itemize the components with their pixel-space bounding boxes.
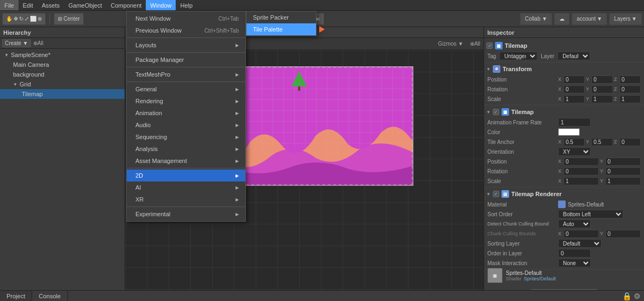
scroll-left-btn[interactable]: ‹ — [129, 162, 140, 178]
tag-select[interactable]: Untagged — [499, 52, 537, 60]
bottom-tab-actions: 🔒 ⚙ — [619, 292, 644, 300]
scene-viewport[interactable]: ‹ — [125, 50, 484, 290]
rot-x-input[interactable] — [564, 85, 585, 93]
hand-icon: ✋ — [6, 16, 13, 22]
component-checkbox[interactable]: ✓ — [486, 42, 493, 49]
menu-component[interactable]: Component — [106, 0, 146, 10]
sort-order-select[interactable]: Bottom Left — [558, 210, 623, 218]
tree-item-grid[interactable]: ▼ Grid — [0, 79, 125, 89]
hierarchy-all-btn[interactable]: ⊕All — [33, 40, 44, 46]
divider3 — [484, 187, 644, 187]
anchor-y-input[interactable] — [591, 138, 612, 146]
transform-tools[interactable]: ✋ ✥ ↻ ⤢ ⬜ ⊕ — [2, 13, 46, 25]
menu-edit[interactable]: Edit — [18, 0, 38, 10]
hierarchy-create-btn[interactable]: Create ▼ — [2, 39, 31, 47]
orientation-select[interactable]: XY — [558, 147, 591, 156]
scale-z-input[interactable] — [620, 95, 641, 103]
cloud-button[interactable]: ☁ — [554, 13, 569, 25]
tilemap-icon2: ▦ — [501, 108, 509, 116]
tm-scale-label: Scale — [487, 178, 558, 184]
chunk-y[interactable] — [605, 230, 641, 238]
tilemap-checkbox[interactable]: ✓ — [493, 109, 499, 115]
menu-window[interactable]: Window — [146, 0, 176, 10]
account-button[interactable]: account ▼ — [572, 13, 607, 25]
tilemap-icon: ▦ — [495, 42, 503, 49]
pos-y-input[interactable] — [591, 76, 612, 84]
detect-chunk-select[interactable]: Auto — [558, 220, 591, 228]
layer-label: Layer — [541, 53, 554, 59]
pos-x-input[interactable] — [564, 76, 585, 84]
tab-console[interactable]: Console — [32, 291, 67, 301]
layer-select[interactable]: Default — [558, 52, 590, 60]
main-layout: Hierarchy Create ▼ ⊕All ▼ SampleScene* M… — [0, 27, 644, 290]
tree-item-samplescene[interactable]: ▼ SampleScene* — [0, 50, 125, 60]
color-swatch[interactable] — [558, 128, 580, 136]
terrain-svg — [185, 114, 413, 185]
inspector-tab[interactable]: Inspector — [484, 27, 644, 38]
rot-y-input[interactable] — [591, 85, 612, 93]
pos-z-field: Z — [614, 76, 641, 84]
tree-item-tilemap[interactable]: Tilemap — [0, 89, 125, 99]
tm-pos-y[interactable] — [605, 158, 641, 166]
hierarchy-tab[interactable]: Hierarchy — [0, 27, 125, 38]
cloud-icon: ☁ — [559, 16, 565, 22]
anim-frame-rate-input[interactable] — [558, 118, 591, 127]
tm-rot-y[interactable] — [605, 167, 641, 175]
layers-label: Layers — [614, 16, 630, 22]
renderer-checkbox[interactable]: ✓ — [493, 191, 499, 197]
rect-icon: ⬜ — [30, 16, 36, 22]
scale-label: Scale — [487, 96, 558, 102]
menu-help[interactable]: Help — [176, 0, 197, 10]
tm-rotation-label: Rotation — [487, 168, 558, 174]
tile-anchor-row: Tile Anchor X Y Z — [484, 137, 644, 147]
mask-interaction-row: Mask Interaction None — [484, 258, 644, 268]
tm-scale-y[interactable] — [605, 177, 641, 185]
pos-z-input[interactable] — [620, 76, 641, 84]
tree-item-background[interactable]: background — [0, 70, 125, 79]
account-arrow: ▼ — [597, 16, 602, 22]
component-name: Tilemap — [505, 42, 527, 49]
transform-section[interactable]: ▼ ⊕ Transform — [484, 64, 644, 74]
tilemap-section-header[interactable]: ▼ ✓ ▦ Tilemap — [484, 106, 644, 117]
scene-tabs: Scene Game Asset Store — [125, 27, 484, 38]
menu-bar: File Edit Assets GameObject Component Wi… — [0, 0, 644, 11]
renderer-section-header[interactable]: ▼ ✓ ▤ Tilemap Renderer — [484, 189, 644, 199]
scale-y-input[interactable] — [591, 95, 612, 103]
tab-asset-store[interactable]: Asset Store — [185, 27, 230, 37]
lock-icon[interactable]: 🔒 — [622, 292, 631, 300]
center-button[interactable]: ⊞ Center — [54, 13, 84, 25]
scene-center-btn[interactable]: ⊞ Center ▼ — [128, 40, 165, 48]
tree-item-maincamera[interactable]: Main Camera — [0, 60, 125, 70]
rot-z-input[interactable] — [620, 85, 641, 93]
tile-anchor-label: Tile Anchor — [487, 139, 558, 145]
material-label: Material — [487, 202, 558, 208]
menu-assets[interactable]: Assets — [38, 0, 64, 10]
sorting-layer-select[interactable]: Default — [558, 239, 602, 248]
tab-game[interactable]: Game — [156, 27, 185, 37]
play-button[interactable]: ▶ — [280, 13, 294, 25]
tab-scene[interactable]: Scene — [125, 27, 156, 37]
step-button[interactable]: ⏭ — [310, 13, 324, 25]
chunk-x[interactable] — [564, 230, 599, 238]
menu-file[interactable]: File — [0, 0, 18, 10]
collab-button[interactable]: Collab ▼ — [520, 13, 552, 25]
sprites-default-preview: ▦ — [487, 268, 503, 283]
scale-x-input[interactable] — [564, 95, 585, 103]
anchor-z-input[interactable] — [620, 138, 641, 146]
tm-rot-x[interactable] — [564, 167, 599, 175]
tm-pos-x[interactable] — [564, 158, 599, 166]
mask-interaction-select[interactable]: None — [558, 259, 591, 267]
detect-chunk-label: Detect Chunk Culling Bound — [487, 221, 558, 227]
order-in-layer-input[interactable] — [558, 249, 591, 258]
inspector-content: ✓ ▦ Tilemap Tag Untagged Layer Default ▼… — [484, 38, 644, 290]
tm-scale-x[interactable] — [564, 177, 599, 185]
hierarchy-panel: Hierarchy Create ▼ ⊕All ▼ SampleScene* M… — [0, 27, 125, 290]
settings-icon[interactable]: ⚙ — [634, 292, 641, 300]
add-component-button[interactable]: Add Component — [531, 289, 597, 290]
account-label: account — [577, 16, 596, 22]
menu-gameobject[interactable]: GameObject — [64, 0, 107, 10]
layers-button[interactable]: Layers ▼ — [609, 13, 642, 25]
pause-button[interactable]: ⏸ — [295, 13, 309, 25]
anchor-x-input[interactable] — [564, 138, 585, 146]
tab-project[interactable]: Project — [0, 291, 32, 301]
